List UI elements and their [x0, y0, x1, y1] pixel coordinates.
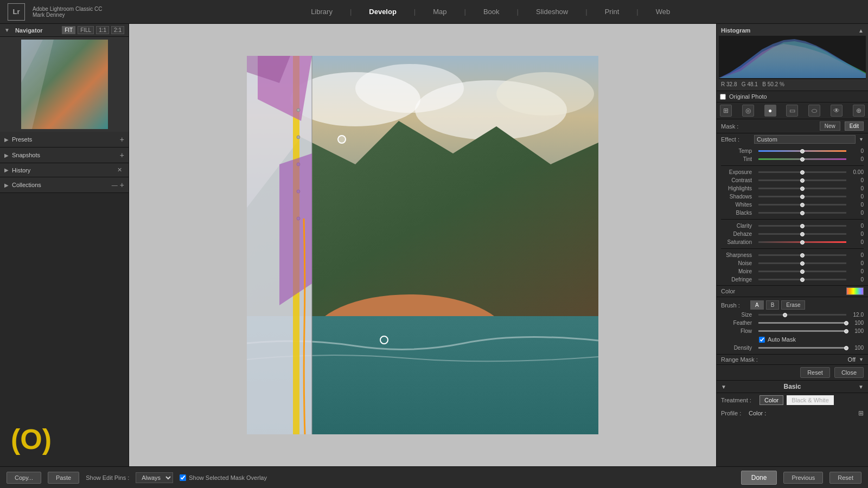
mask-pin-1[interactable] — [337, 135, 346, 144]
defringe-slider[interactable] — [758, 279, 846, 280]
user-name: Mark Denney — [33, 12, 102, 18]
nav-book[interactable]: Book — [479, 5, 504, 18]
collections-add-button[interactable]: + — [120, 181, 124, 189]
presets-header[interactable]: ▶ Presets + — [0, 132, 129, 147]
navigator-header: ▼ Navigator FIT FILL 1:1 2:1 — [0, 24, 129, 37]
show-edit-pins-label: Show Edit Pins : — [86, 474, 129, 481]
range-mask-value: Off — [848, 356, 856, 363]
nav-map[interactable]: Map — [429, 5, 451, 18]
zoom-1-1[interactable]: 1:1 — [96, 26, 109, 34]
app-title: Adobe Lightroom Classic CC Mark Denney — [33, 6, 113, 18]
nav-web[interactable]: Web — [652, 5, 675, 18]
main-layout: ▼ Navigator FIT FILL 1:1 2:1 — [0, 24, 868, 466]
brush-feather-row: Feather 100 — [721, 319, 864, 327]
brush-flow-slider[interactable] — [758, 330, 846, 332]
photo-canvas[interactable] — [129, 24, 716, 466]
saturation-slider[interactable] — [758, 241, 846, 243]
previous-button[interactable]: Previous — [783, 472, 823, 484]
histogram-canvas — [719, 36, 866, 79]
brush-erase-button[interactable]: Erase — [781, 300, 805, 310]
nav-library[interactable]: Library — [307, 5, 337, 18]
presets-add-button[interactable]: + — [120, 135, 124, 144]
paste-button[interactable]: Paste — [48, 472, 79, 484]
moire-slider[interactable] — [758, 271, 846, 272]
dehaze-slider[interactable] — [758, 233, 846, 235]
nav-print[interactable]: Print — [601, 5, 624, 18]
brush-density-slider[interactable] — [758, 347, 846, 349]
shadows-value: 0 — [848, 194, 864, 200]
effect-dropdown-arrow[interactable]: ▼ — [859, 137, 864, 142]
effect-value: Custom — [754, 135, 856, 144]
show-mask-overlay-area: Show Selected Mask Overlay — [180, 474, 267, 481]
sharpness-slider[interactable] — [758, 254, 846, 256]
profile-grid-icon[interactable]: ⊞ — [858, 409, 864, 417]
saturation-value: 0 — [848, 239, 864, 245]
clarity-label: Clarity — [721, 223, 756, 229]
collections-header[interactable]: ▶ Collections — + — [0, 177, 129, 192]
original-photo-checkbox[interactable] — [720, 94, 726, 100]
zoom-2-1[interactable]: 2:1 — [111, 26, 124, 34]
original-photo-row: Original Photo — [717, 91, 868, 102]
history-clear-button[interactable]: ✕ — [117, 166, 122, 174]
auto-mask-checkbox[interactable] — [759, 337, 765, 343]
range-mask-dropdown-arrow[interactable]: ▼ — [859, 357, 864, 362]
tool-crop-icon[interactable]: ⊞ — [720, 105, 732, 117]
brush-a-button[interactable]: A — [750, 300, 764, 310]
show-edit-pins-dropdown[interactable]: Always — [136, 472, 173, 483]
clarity-slider[interactable] — [758, 225, 846, 227]
tool-color-sample-icon[interactable]: ⊕ — [853, 105, 865, 117]
snapshots-header[interactable]: ▶ Snapshots + — [0, 147, 129, 163]
histogram-section: Histogram ▲ — [717, 24, 868, 91]
snapshots-title: Snapshots — [12, 152, 120, 158]
svg-point-7 — [496, 72, 594, 115]
zoom-fit[interactable]: FIT — [62, 26, 75, 34]
whites-slider[interactable] — [758, 204, 846, 206]
app-name: Adobe Lightroom Classic CC — [33, 6, 102, 12]
dehaze-value: 0 — [848, 231, 864, 237]
noise-slider[interactable] — [758, 262, 846, 264]
temp-slider[interactable] — [758, 150, 846, 152]
blacks-slider[interactable] — [758, 212, 846, 214]
mask-edit-button[interactable]: Edit — [845, 121, 864, 131]
highlights-slider[interactable] — [758, 188, 846, 189]
profile-value: Color : — [749, 410, 855, 416]
collections-minus-button[interactable]: — — [112, 182, 118, 188]
navigator-preview[interactable] — [0, 37, 129, 132]
slider-divider-3 — [721, 248, 864, 249]
camera-logo-icon: (O) — [11, 423, 52, 455]
panel-close-button[interactable]: Close — [834, 367, 864, 378]
tool-spot-heal-icon[interactable]: ◎ — [742, 105, 754, 117]
shadows-slider[interactable] — [758, 196, 846, 197]
color-swatch-icon[interactable] — [846, 287, 864, 295]
nav-slideshow[interactable]: Slideshow — [532, 5, 572, 18]
treatment-bw-button[interactable]: Black & White — [787, 395, 833, 405]
tool-radial-filter-icon[interactable]: ⬭ — [808, 105, 820, 117]
mask-new-button[interactable]: New — [820, 121, 840, 131]
exposure-label: Exposure — [721, 169, 756, 175]
panel-reset-button[interactable]: Reset — [800, 367, 830, 378]
bottom-reset-button[interactable]: Reset — [829, 472, 861, 484]
brush-b-button[interactable]: B — [766, 300, 780, 310]
tool-graduated-filter-icon[interactable]: ▭ — [786, 105, 798, 117]
tool-red-eye-icon[interactable]: 👁 — [831, 105, 843, 117]
brush-feather-slider[interactable] — [758, 322, 846, 324]
snapshots-add-button[interactable]: + — [120, 151, 124, 159]
done-button[interactable]: Done — [741, 471, 777, 485]
snapshots-section: ▶ Snapshots + — [0, 147, 129, 163]
contrast-slider[interactable] — [758, 179, 846, 181]
tool-adjustment-brush-icon[interactable]: ● — [764, 105, 776, 117]
treatment-color-button[interactable]: Color — [760, 395, 783, 405]
brush-size-slider[interactable] — [758, 314, 846, 316]
zoom-fill[interactable]: FILL — [78, 26, 94, 34]
copy-button[interactable]: Copy... — [7, 472, 41, 484]
show-mask-overlay-checkbox[interactable] — [180, 474, 186, 481]
defringe-value: 0 — [848, 277, 864, 282]
exposure-slider[interactable] — [758, 171, 846, 173]
navigator-arrow: ▼ — [4, 27, 10, 33]
b-value: 50.2 — [768, 81, 778, 87]
mask-pin-2[interactable] — [380, 336, 388, 344]
history-header[interactable]: ▶ History ✕ — [0, 163, 129, 177]
tint-slider[interactable] — [758, 158, 846, 160]
nav-develop[interactable]: Develop — [365, 5, 401, 18]
saturation-label: Saturation — [721, 239, 756, 245]
